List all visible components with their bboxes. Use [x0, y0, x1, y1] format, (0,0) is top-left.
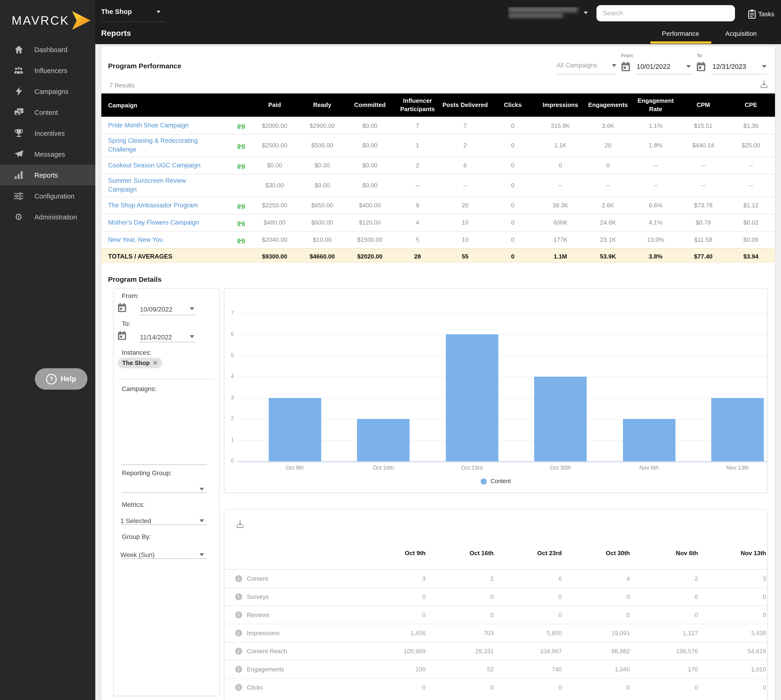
column-header-posts-delivered[interactable]: Posts Delivered — [441, 101, 489, 109]
campaign-link[interactable]: Summer Sunscreen Review Campaign — [108, 177, 202, 194]
column-header-cpe[interactable]: CPE — [727, 101, 775, 109]
metric-value-cell: 5,850 — [494, 630, 562, 637]
info-icon[interactable]: i — [235, 612, 242, 618]
campaigns-filter-dropdown[interactable]: All Campaigns — [557, 62, 616, 69]
instance-chip[interactable]: The Shop ✕ — [118, 358, 162, 368]
sidebar-item-content[interactable]: Content — [0, 102, 95, 123]
value-cell: 2.6K — [584, 202, 632, 209]
details-from-date[interactable]: 10/09/2022 — [140, 305, 173, 313]
column-header-engagement-rate[interactable]: Engagement Rate — [632, 97, 679, 113]
table-row-summer-sunscreen-review-campaign: Summer Sunscreen Review Campaign$30.00$0… — [101, 174, 775, 197]
column-header-paid[interactable]: Paid — [251, 101, 298, 109]
x-axis-label: Oct 30th — [526, 465, 595, 471]
info-icon[interactable]: i — [235, 684, 242, 691]
sidebar-item-administration[interactable]: ⚙Administration — [0, 207, 95, 227]
campaign-link[interactable]: Cookout Season UGC Campaign — [108, 161, 201, 170]
live-indicator-cell: ((•)) — [231, 218, 251, 227]
metrics-value[interactable]: 1 Selected — [120, 517, 151, 525]
sidebar-item-messages[interactable]: Messages — [0, 144, 95, 165]
column-header-engagements[interactable]: Engagements — [584, 101, 632, 109]
tasks-button[interactable]: Tasks — [748, 9, 774, 18]
value-cell: $0.02 — [727, 219, 775, 226]
info-icon[interactable]: i — [235, 666, 242, 673]
value-cell: 39.3K — [536, 202, 584, 209]
column-header-ready[interactable]: Ready — [298, 101, 346, 109]
sidebar-item-reports[interactable]: Reports — [0, 165, 95, 185]
campaign-link[interactable]: Spring Cleaning & Redecorating Challenge — [108, 137, 202, 154]
tab-performance[interactable]: Performance — [650, 30, 711, 37]
search-input[interactable] — [596, 5, 735, 22]
group-by-value[interactable]: Week (Sun) — [120, 551, 155, 558]
panel-divider — [118, 379, 214, 379]
metric-value-cell: 29,331 — [426, 648, 494, 655]
metric-label: Surveys — [247, 593, 269, 600]
metric-value-cell: 0 — [562, 593, 630, 600]
chevron-down-icon[interactable] — [762, 65, 766, 68]
metric-value-cell: 6 — [494, 575, 562, 582]
sidebar-item-dashboard[interactable]: Dashboard — [0, 39, 95, 60]
campaigns-field[interactable] — [122, 465, 207, 465]
sidebar-item-campaigns[interactable]: Campaigns — [0, 81, 95, 102]
chevron-down-icon[interactable] — [190, 335, 194, 338]
details-to-date[interactable]: 11/14/2022 — [140, 333, 172, 341]
value-cell: 0 — [489, 202, 537, 209]
column-header-committed[interactable]: Committed — [346, 101, 394, 109]
y-axis-tick-label: 1 — [225, 437, 234, 442]
tab-acquisition[interactable]: Acquisition — [711, 30, 771, 37]
column-header-campaign[interactable]: Campaign — [101, 99, 231, 111]
sidebar-item-incentives[interactable]: Incentives — [0, 123, 95, 144]
sidebar-item-influencers[interactable]: Influencers — [0, 60, 95, 81]
calendar-icon[interactable] — [118, 303, 127, 312]
value-cell: 0 — [584, 162, 632, 169]
info-icon[interactable]: i — [235, 575, 242, 582]
instance-selector[interactable]: The Shop — [101, 8, 160, 15]
to-date-value[interactable]: 12/31/2023 — [713, 63, 746, 70]
info-icon[interactable]: i — [235, 593, 242, 600]
details-column-header-oct-16th: Oct 16th — [426, 550, 494, 557]
program-performance-title: Program Performance — [108, 62, 181, 70]
sidebar-item-configuration[interactable]: Configuration — [0, 185, 95, 207]
help-button[interactable]: ? Help — [35, 368, 87, 390]
brand-logo[interactable]: MAVRCK — [12, 11, 91, 30]
reporting-group-field[interactable] — [122, 492, 207, 493]
y-axis-tick-label: 6 — [225, 331, 234, 337]
campaign-link[interactable]: Pride Month Shoe Campaign — [108, 122, 189, 130]
user-menu-redacted[interactable] — [508, 7, 580, 20]
metric-value-cell: 740 — [494, 666, 562, 673]
chevron-down-icon[interactable] — [200, 553, 204, 556]
live-indicator-cell: ((•)) — [231, 122, 251, 130]
value-cell: $0.00 — [251, 162, 298, 169]
administration-icon: ⚙ — [13, 212, 24, 221]
download-icon[interactable] — [759, 80, 768, 89]
download-icon[interactable] — [236, 519, 245, 529]
column-header-clicks[interactable]: Clicks — [489, 101, 537, 109]
calendar-icon[interactable] — [696, 62, 706, 72]
x-axis-label: Oct 9th — [260, 465, 330, 471]
user-menu-caret-icon[interactable] — [584, 12, 588, 14]
chevron-down-icon[interactable] — [190, 307, 194, 310]
campaign-link[interactable]: New Year, New You — [108, 235, 163, 244]
column-header-impressions[interactable]: Impressions — [536, 101, 584, 109]
campaigns-label: Campaigns: — [122, 385, 157, 392]
campaign-link[interactable]: Mother's Day Flowers Campaign — [108, 218, 199, 227]
column-header-cpm[interactable]: CPM — [679, 101, 727, 109]
column-header-influencer-participants[interactable]: Influencer Participants — [394, 97, 441, 113]
metric-value-cell: 0 — [630, 684, 698, 691]
from-date-value[interactable]: 10/01/2022 — [637, 63, 670, 70]
chevron-down-icon[interactable] — [686, 65, 691, 68]
info-icon[interactable]: i — [235, 648, 242, 655]
remove-chip-icon[interactable]: ✕ — [153, 359, 158, 367]
calendar-icon[interactable] — [621, 62, 630, 72]
live-icon: ((•)) — [237, 203, 245, 208]
info-icon[interactable]: i — [235, 630, 242, 637]
metric-value-cell: 0 — [358, 684, 426, 691]
chevron-down-icon[interactable] — [200, 488, 204, 490]
campaign-cell: The Shop Ambassador Program — [101, 198, 231, 212]
campaign-link[interactable]: The Shop Ambassador Program — [108, 201, 198, 210]
chevron-down-icon[interactable] — [200, 519, 204, 522]
value-cell: 0 — [489, 142, 537, 149]
sidebar-item-label: Messages — [34, 150, 65, 158]
calendar-icon[interactable] — [118, 331, 127, 340]
live-indicator-cell: ((•)) — [231, 235, 251, 244]
value-cell: $0.00 — [346, 142, 394, 149]
